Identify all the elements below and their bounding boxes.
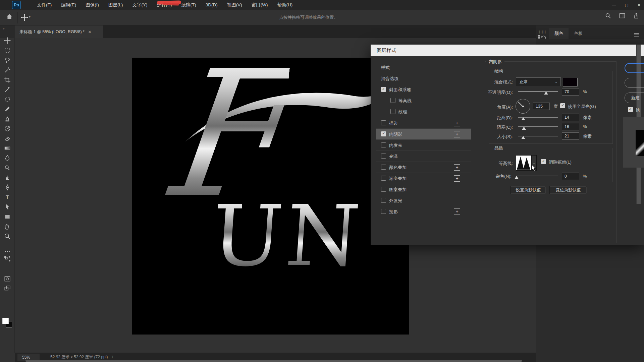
ellipsis-icon[interactable] [4,248,11,255]
chevron-down-icon[interactable]: ▾ [29,15,31,18]
opacity-value-field[interactable]: 70 [562,88,579,96]
style-row-7[interactable]: 内阴影+ [376,129,471,140]
style-row-10[interactable]: 颜色叠加+ [376,162,471,173]
style-row-9[interactable]: 光泽 [376,151,471,162]
brush-tool-icon[interactable] [4,106,11,112]
minimize-icon[interactable]: — [612,3,616,7]
hand-tool-icon[interactable] [4,223,11,230]
distance-slider-thumb[interactable] [521,117,525,120]
eyedropper-tool-icon[interactable] [4,86,11,93]
shadow-color-swatch[interactable] [563,78,578,86]
add-instance-plus-icon[interactable]: + [454,120,460,126]
size-value-field[interactable]: 21 [562,132,579,140]
document-tab[interactable]: 未标题-1 @ 55% (LOGO, RGB/8) * ✕ [15,25,103,38]
blend-mode-select[interactable]: 正常 ⌄ [516,77,561,86]
style-row-4[interactable]: 等高线 [376,95,471,106]
style-checkbox[interactable] [381,176,386,181]
pen-tool-icon[interactable] [4,184,11,191]
style-row-1[interactable]: 样式 [376,62,471,73]
style-checkbox[interactable] [390,98,395,103]
menu-item[interactable]: 文件(F) [32,0,56,10]
choke-slider[interactable] [518,126,558,127]
style-row-13[interactable]: 外发光 [376,195,471,206]
horizontal-scrollbar[interactable] [25,360,522,362]
style-checkbox[interactable] [381,87,386,92]
home-icon[interactable] [6,13,13,21]
noise-value-field[interactable]: 0 [562,173,579,180]
dialog-title-bar[interactable]: 图层样式 [371,45,644,56]
menu-item[interactable]: 视图(V) [222,0,247,10]
screen-mode-icon[interactable] [4,285,11,292]
choke-value-field[interactable]: 16 [562,123,579,130]
style-checkbox[interactable] [381,131,386,136]
swap-colors-icon[interactable] [4,255,11,262]
shape-tool-icon[interactable] [4,214,11,220]
status-chevron-icon[interactable]: 〉 [111,354,115,360]
style-checkbox[interactable] [390,109,395,114]
cancel-button[interactable] [625,78,644,88]
menu-item[interactable]: 编辑(E) [56,0,81,10]
noise-slider-thumb[interactable] [515,176,519,179]
add-instance-plus-icon[interactable]: + [454,208,460,215]
distance-slider[interactable] [518,117,558,118]
contour-thumbnail[interactable] [516,155,531,171]
style-checkbox[interactable] [381,187,386,192]
menu-item[interactable]: 文字(Y) [128,0,152,10]
style-row-12[interactable]: 图案叠加 [376,184,471,195]
panel-menu-icon[interactable] [634,33,639,38]
quick-select-tool-icon[interactable] [4,67,11,73]
angle-dial[interactable] [516,99,530,114]
healing-brush-tool-icon[interactable] [4,96,11,103]
blur-tool-icon[interactable] [4,155,11,161]
type-tool-icon[interactable]: T [4,194,11,200]
opacity-slider-thumb[interactable] [544,92,548,95]
angle-value-field[interactable]: 135 [533,103,550,110]
style-checkbox[interactable] [381,209,386,214]
workspace-icon[interactable] [619,13,625,20]
choke-slider-thumb[interactable] [522,127,526,130]
menu-item[interactable]: 窗口(W) [247,0,273,10]
style-row-14[interactable]: 投影+ [376,206,471,217]
dock-gripper[interactable]: |||||| [538,30,546,34]
style-checkbox[interactable] [381,142,386,147]
quick-mask-icon[interactable] [4,276,11,282]
style-row-2[interactable]: 混合选项 [376,73,471,84]
add-instance-plus-icon[interactable]: + [454,175,460,182]
reset-to-default-button[interactable]: 复位为默认值 [549,186,587,194]
menu-item[interactable]: 图像(I) [81,0,104,10]
dodge-tool-icon[interactable] [4,165,11,171]
menu-item[interactable]: 3D(D) [201,0,222,10]
add-instance-plus-icon[interactable]: + [454,131,460,137]
style-row-3[interactable]: 斜面和浮雕 [376,84,471,95]
style-row-8[interactable]: 内发光 [376,140,471,151]
lasso-tool-icon[interactable] [4,57,11,63]
style-checkbox[interactable] [381,120,386,125]
path-select-tool-icon[interactable] [4,203,11,210]
maximize-icon[interactable]: ▢ [625,3,629,7]
opacity-slider[interactable] [518,91,558,92]
tab-swatches[interactable]: 色板 [569,28,588,39]
style-row-5[interactable]: 纹理 [376,106,471,117]
search-icon[interactable] [605,13,611,20]
smudge-tool-icon[interactable] [4,174,11,181]
style-checkbox[interactable] [381,165,386,170]
close-icon[interactable]: ✕ [637,3,641,7]
clone-stamp-tool-icon[interactable] [4,116,11,122]
anti-alias-checkbox[interactable] [541,159,546,164]
menu-item[interactable]: 帮助(H) [272,0,297,10]
style-checkbox[interactable] [381,198,386,203]
use-global-light-checkbox[interactable] [560,103,565,108]
distance-value-field[interactable]: 14 [562,114,579,121]
move-tool-option-icon[interactable] [21,14,28,22]
add-instance-plus-icon[interactable]: + [454,164,460,171]
close-tab-icon[interactable]: ✕ [88,29,92,35]
zoom-tool-icon[interactable] [4,233,11,240]
history-brush-tool-icon[interactable] [4,125,11,132]
style-row-11[interactable]: 渐变叠加+ [376,173,471,184]
move-tool-icon[interactable] [4,37,11,44]
preview-checkbox[interactable] [628,107,633,112]
foreground-color-swatch[interactable] [2,318,9,324]
noise-slider[interactable] [516,176,558,176]
menu-item[interactable]: 图层(L) [104,0,128,10]
ok-button[interactable] [625,63,644,73]
